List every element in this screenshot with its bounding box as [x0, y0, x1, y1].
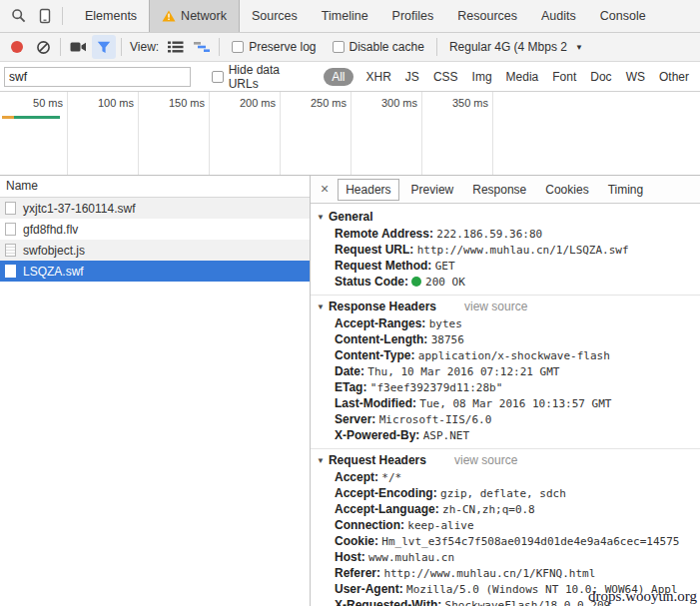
gridline [209, 92, 210, 175]
network-panel: Name yxjtc1-37-160114.swf gfd8fhd.flv sw… [0, 176, 700, 606]
view-waterfall-button[interactable] [190, 35, 214, 59]
device-mode-icon[interactable] [33, 4, 57, 28]
toolbar-divider [62, 7, 63, 25]
headers-content: ▼General Remote Address: 222.186.59.36:8… [311, 204, 700, 606]
tab-audits[interactable]: Audits [529, 0, 588, 32]
timeline-overview[interactable]: 50 ms 100 ms 150 ms 200 ms 250 ms 300 ms… [0, 92, 700, 176]
type-filter-media[interactable]: Media [506, 70, 539, 84]
preserve-log-checkbox[interactable]: Preserve log [232, 40, 316, 54]
header-line: Content-Length: 38756 [311, 331, 700, 347]
header-line: Accept-Ranges: bytes [311, 315, 700, 331]
type-filter-ws[interactable]: WS [626, 70, 645, 84]
funnel-icon [97, 41, 111, 54]
filter-button[interactable] [92, 35, 116, 59]
response-headers-section-header[interactable]: ▼Response Headersview source [311, 298, 700, 315]
type-filter-xhr[interactable]: XHR [366, 70, 391, 84]
checkbox-icon [333, 41, 345, 53]
view-source-link[interactable]: view source [464, 300, 527, 313]
network-toolbar: View: Preserve log Disable cache [0, 33, 700, 62]
gridline [421, 92, 422, 175]
type-filter-img[interactable]: Img [472, 70, 492, 84]
toolbar-divider [219, 38, 220, 56]
timeline-tick: 100 ms [72, 97, 134, 109]
gridline [138, 92, 139, 175]
watermark: drops.wooyun.org [588, 588, 697, 605]
tab-resources[interactable]: Resources [445, 0, 529, 32]
inspect-element-icon[interactable] [7, 4, 31, 28]
tab-timing[interactable]: Timing [601, 180, 651, 200]
disclosure-triangle-icon: ▼ [317, 303, 325, 311]
requests-table: Name yxjtc1-37-160114.swf gfd8fhd.flv sw… [0, 176, 311, 606]
checkbox-icon [212, 71, 224, 83]
tab-elements[interactable]: Elements [73, 0, 149, 32]
header-line: Last-Modified: Tue, 08 Mar 2016 10:13:57… [311, 395, 700, 411]
disclosure-triangle-icon: ▼ [317, 456, 325, 465]
request-row[interactable]: yxjtc1-37-160114.swf [0, 198, 310, 219]
tab-timeline[interactable]: Timeline [310, 0, 380, 32]
header-line: Content-Type: application/x-shockwave-fl… [311, 347, 700, 363]
tab-network[interactable]: Network [149, 0, 240, 32]
main-toolbar: Elements Network Sources Timeline Profil… [0, 0, 700, 33]
view-source-link[interactable]: view source [454, 453, 517, 467]
type-filter-css[interactable]: CSS [433, 70, 458, 84]
tab-headers[interactable]: Headers [338, 179, 398, 201]
header-line: Request URL: http://www.muhlau.cn/1/LSQZ… [311, 242, 700, 258]
gridline [67, 92, 68, 175]
request-row[interactable]: swfobject.js [0, 240, 310, 261]
tab-sources[interactable]: Sources [240, 0, 310, 32]
header-line: Server: Microsoft-IIS/6.0 [311, 411, 700, 427]
request-row[interactable]: gfd8fhd.flv [0, 219, 310, 240]
view-list-button[interactable] [164, 35, 188, 59]
filter-input[interactable] [4, 67, 191, 87]
response-headers-section: ▼Response Headersview source Accept-Rang… [311, 295, 700, 448]
tab-console[interactable]: Console [588, 0, 658, 32]
type-filter-font[interactable]: Font [552, 70, 576, 84]
request-details-panel: × Headers Preview Response Cookies Timin… [311, 176, 700, 606]
status-ok-icon [411, 277, 421, 287]
file-icon [5, 202, 16, 215]
tab-response[interactable]: Response [465, 180, 533, 200]
timeline-tick: 250 ms [285, 97, 347, 109]
header-line: Connection: keep-alive [311, 517, 700, 533]
toolbar-divider [60, 38, 61, 56]
general-section-header[interactable]: ▼General [311, 208, 700, 226]
details-tab-bar: × Headers Preview Response Cookies Timin… [311, 176, 700, 204]
request-headers-section-header[interactable]: ▼Request Headersview source [311, 451, 700, 469]
script-file-icon [5, 244, 16, 257]
close-icon[interactable]: × [315, 181, 338, 199]
disable-cache-checkbox[interactable]: Disable cache [333, 40, 424, 54]
header-line: Date: Thu, 10 Mar 2016 07:12:21 GMT [311, 363, 700, 379]
gridline [350, 92, 351, 175]
hide-data-urls-checkbox[interactable]: Hide data URLs [212, 63, 310, 91]
gridline [492, 92, 493, 175]
type-filter-doc[interactable]: Doc [590, 70, 611, 84]
filter-bar: Hide data URLs All XHR JS CSS Img Media … [0, 62, 700, 92]
tab-preview[interactable]: Preview [404, 180, 461, 200]
tab-profiles[interactable]: Profiles [380, 0, 446, 32]
gridline [280, 92, 281, 175]
header-line: Accept-Encoding: gzip, deflate, sdch [311, 485, 700, 501]
record-button[interactable] [5, 35, 29, 59]
timeline-tick: 350 ms [426, 97, 488, 109]
type-filter-all[interactable]: All [324, 68, 352, 86]
type-filter-js[interactable]: JS [405, 70, 419, 84]
clear-button[interactable] [31, 35, 55, 59]
chevron-down-icon: ▼ [575, 43, 583, 52]
header-line: Accept: */* [311, 469, 700, 485]
tab-cookies[interactable]: Cookies [538, 180, 595, 200]
header-line: X-Powered-By: ASP.NET [311, 427, 700, 443]
throttling-select[interactable]: Regular 4G (4 Mbps 2 ▼ [449, 40, 583, 54]
timeline-tick: 150 ms [143, 97, 205, 109]
clear-icon [36, 40, 51, 55]
request-headers-section: ▼Request Headersview source Accept: */* … [311, 448, 700, 606]
overview-bar-waiting [2, 116, 14, 119]
screenshot-button[interactable] [66, 35, 90, 59]
type-filter-other[interactable]: Other [659, 70, 689, 84]
header-line: Remote Address: 222.186.59.36:80 [311, 226, 700, 242]
file-icon [5, 265, 16, 278]
timeline-tick: 50 ms [1, 97, 63, 109]
devtools-window: Elements Network Sources Timeline Profil… [0, 0, 700, 606]
column-header-name[interactable]: Name [0, 176, 310, 198]
header-line: Referer: http://www.muhlau.cn/1/KFNQ.htm… [311, 565, 700, 581]
request-row-selected[interactable]: LSQZA.swf [0, 261, 310, 282]
